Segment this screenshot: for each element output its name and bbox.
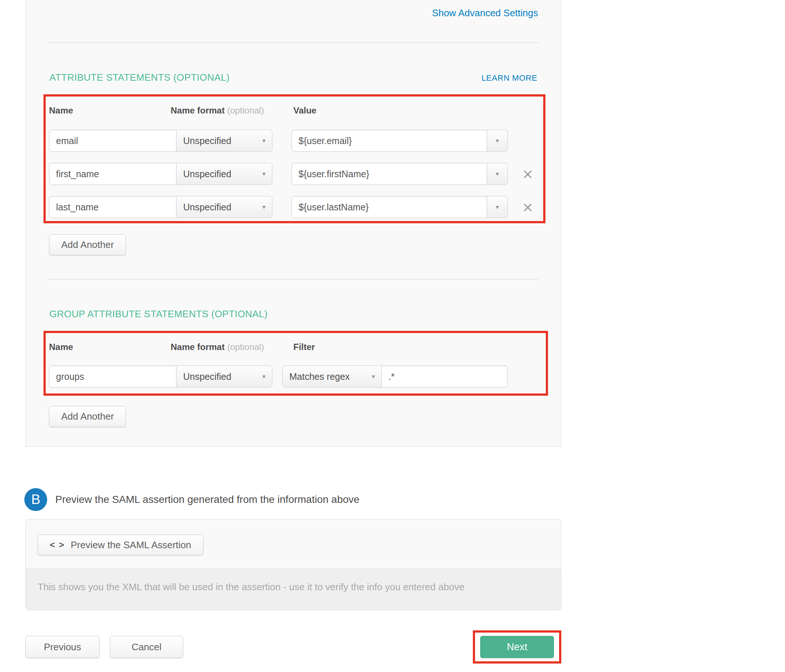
column-value-label: Value xyxy=(293,105,317,116)
filter-group: Matches regex ▼ xyxy=(282,366,508,388)
next-button-highlight-box: Next xyxy=(473,630,561,664)
remove-row-button[interactable]: × xyxy=(522,200,534,214)
group-attribute-statements-header: GROUP ATTRIBUTE STATEMENTS (OPTIONAL) xyxy=(49,308,537,320)
group-name-input[interactable] xyxy=(49,366,177,388)
column-name-format-label: Name format (optional) xyxy=(170,105,293,116)
add-another-attribute-button[interactable]: Add Another xyxy=(49,234,126,255)
chevron-down-icon: ▼ xyxy=(261,138,266,144)
attribute-columns-header: Name Name format (optional) Value xyxy=(49,105,543,116)
optional-note: (optional) xyxy=(227,105,264,115)
group-attribute-statements-title: GROUP ATTRIBUTE STATEMENTS (OPTIONAL) xyxy=(49,308,267,320)
attribute-name-input[interactable] xyxy=(49,196,177,218)
column-name-label: Name xyxy=(49,105,170,116)
add-another-group-attribute-button[interactable]: Add Another xyxy=(49,406,126,427)
code-icon: < > xyxy=(50,540,65,550)
attribute-row: Unspecified ▼ ▼ × xyxy=(49,163,543,185)
cancel-button[interactable]: Cancel xyxy=(110,636,183,658)
name-format-group: Unspecified ▼ xyxy=(49,130,272,152)
chevron-down-icon: ▼ xyxy=(495,138,500,144)
group-attribute-highlight-box: Name Name format (optional) Filter Unspe… xyxy=(44,331,548,396)
attribute-name-input[interactable] xyxy=(49,163,177,185)
filter-type-select[interactable]: Matches regex ▼ xyxy=(282,366,382,388)
value-group: ▼ xyxy=(291,163,508,185)
chevron-down-icon: ▼ xyxy=(495,204,500,210)
value-group: ▼ xyxy=(291,196,508,218)
optional-note: (optional) xyxy=(227,342,264,352)
name-format-group: Unspecified ▼ xyxy=(49,366,272,388)
attribute-statements-header: ATTRIBUTE STATEMENTS (OPTIONAL) LEARN MO… xyxy=(49,72,537,83)
column-filter-label: Filter xyxy=(293,342,315,352)
preview-note: This shows you the XML that will be used… xyxy=(26,569,561,610)
chevron-down-icon: ▼ xyxy=(261,204,266,210)
name-format-select[interactable]: Unspecified ▼ xyxy=(176,163,272,185)
wizard-actions: Previous Cancel Next xyxy=(25,636,561,664)
page: Show Advanced Settings ATTRIBUTE STATEME… xyxy=(0,0,785,664)
attribute-value-input[interactable] xyxy=(291,130,487,152)
preview-button-area: < > Preview the SAML Assertion xyxy=(26,519,561,569)
chevron-down-icon: ▼ xyxy=(371,374,376,380)
name-format-select[interactable]: Unspecified ▼ xyxy=(176,366,272,388)
value-group: ▼ xyxy=(291,130,508,152)
name-format-select[interactable]: Unspecified ▼ xyxy=(176,196,272,218)
remove-row-button[interactable]: × xyxy=(522,167,534,181)
attribute-name-input[interactable] xyxy=(49,130,177,152)
next-button[interactable]: Next xyxy=(480,636,554,658)
attribute-row: Unspecified ▼ ▼ xyxy=(49,130,543,152)
chevron-down-icon: ▼ xyxy=(261,374,266,380)
saml-settings-card: Show Advanced Settings ATTRIBUTE STATEME… xyxy=(25,0,561,447)
preview-card: < > Preview the SAML Assertion This show… xyxy=(25,519,561,610)
divider xyxy=(48,279,538,280)
group-columns-header: Name Name format (optional) Filter xyxy=(49,342,546,352)
attribute-value-input[interactable] xyxy=(291,163,487,185)
step-b-badge: B xyxy=(24,488,47,511)
name-format-select[interactable]: Unspecified ▼ xyxy=(176,130,272,152)
name-format-group: Unspecified ▼ xyxy=(49,196,272,218)
show-advanced-settings-link[interactable]: Show Advanced Settings xyxy=(432,7,538,19)
value-dropdown-button[interactable]: ▼ xyxy=(487,196,508,218)
column-name-format-label: Name format (optional) xyxy=(170,342,293,352)
attribute-statements-highlight-box: Name Name format (optional) Value Unspec… xyxy=(44,94,546,223)
chevron-down-icon: ▼ xyxy=(495,171,500,177)
column-name-label: Name xyxy=(49,342,170,352)
preview-saml-assertion-button[interactable]: < > Preview the SAML Assertion xyxy=(38,534,203,555)
chevron-down-icon: ▼ xyxy=(261,171,266,177)
name-format-group: Unspecified ▼ xyxy=(49,163,272,185)
attribute-row: Unspecified ▼ ▼ × xyxy=(49,196,543,218)
preview-step-row: B Preview the SAML assertion generated f… xyxy=(24,488,785,511)
advanced-settings-row: Show Advanced Settings xyxy=(26,0,561,19)
filter-value-input[interactable] xyxy=(382,366,508,388)
divider xyxy=(48,42,538,43)
attribute-value-input[interactable] xyxy=(291,196,487,218)
learn-more-link[interactable]: LEARN MORE xyxy=(482,73,537,83)
value-dropdown-button[interactable]: ▼ xyxy=(487,163,508,185)
value-dropdown-button[interactable]: ▼ xyxy=(487,130,508,152)
group-attribute-row: Unspecified ▼ Matches regex ▼ xyxy=(49,366,546,388)
previous-button[interactable]: Previous xyxy=(25,636,100,658)
preview-step-label: Preview the SAML assertion generated fro… xyxy=(55,494,359,505)
attribute-statements-title: ATTRIBUTE STATEMENTS (OPTIONAL) xyxy=(49,72,230,83)
